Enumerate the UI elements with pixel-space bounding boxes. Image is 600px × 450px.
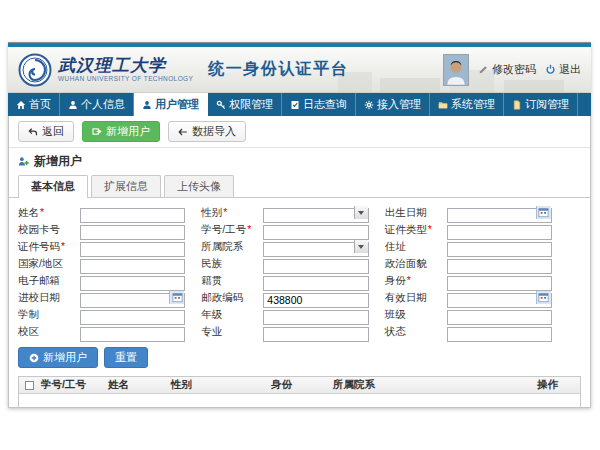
calendar-icon [538, 207, 549, 218]
form-field: 年级 [201, 307, 368, 322]
text-input[interactable] [263, 310, 368, 325]
field-label: 籍贯 [201, 274, 263, 288]
calendar-picker-button[interactable] [536, 291, 551, 304]
field-label: 专业 [201, 325, 263, 339]
pencil-icon [478, 64, 489, 75]
add-user-toolbar-button[interactable]: 新增用户 [82, 121, 160, 142]
field-label: 班级 [385, 308, 447, 322]
section-header: 新增用户 [9, 148, 590, 172]
add-user-toolbar-label: 新增用户 [106, 126, 150, 137]
tab-2[interactable]: 扩展信息 [91, 175, 161, 197]
field-label: 性别* [201, 206, 263, 220]
nav-item-6[interactable]: 接入管理 [356, 93, 430, 116]
tab-1[interactable]: 基本信息 [18, 175, 88, 198]
back-button[interactable]: 返回 [18, 121, 74, 142]
table-column-header: 学号/工号 [39, 378, 106, 392]
data-import-button[interactable]: 数据导入 [168, 121, 246, 142]
text-input[interactable] [80, 208, 185, 223]
form-field: 民族 [201, 256, 368, 271]
text-input[interactable] [263, 276, 368, 291]
text-input[interactable] [80, 310, 185, 325]
required-asterisk: * [428, 223, 432, 235]
nav-item-label: 日志查询 [303, 97, 347, 112]
section-title: 新增用户 [34, 153, 82, 170]
calendar-picker-button[interactable] [536, 206, 551, 219]
text-input[interactable] [80, 242, 185, 257]
calendar-icon [538, 292, 549, 303]
tab-3[interactable]: 上传头像 [164, 175, 234, 197]
brand-block: 武汉理工大学 WUHAN UNIVERSITY OF TECHNOLOGY [58, 57, 193, 83]
page: 武汉理工大学 WUHAN UNIVERSITY OF TECHNOLOGY 统一… [0, 0, 600, 450]
chevron-down-icon[interactable] [354, 206, 368, 219]
text-input[interactable] [263, 225, 368, 240]
platform-title: 统一身份认证平台 [208, 59, 348, 80]
text-input[interactable] [447, 259, 552, 274]
nav-item-5[interactable]: 日志查询 [282, 93, 356, 116]
field-label: 校区 [18, 325, 80, 339]
back-arrow-icon [28, 127, 38, 137]
form-field: 专业 [201, 324, 368, 339]
text-input[interactable] [80, 276, 185, 291]
data-import-label: 数据导入 [192, 126, 236, 137]
nav-item-3[interactable]: 用户管理 [134, 93, 208, 116]
home-icon [16, 100, 26, 110]
field-label: 电子邮箱 [18, 274, 80, 288]
form-field: 学号/工号* [201, 222, 368, 237]
required-asterisk: * [61, 240, 65, 252]
users-table-header: 学号/工号姓名性别身份所属院系操作 [19, 377, 580, 394]
avatar[interactable] [443, 54, 469, 86]
required-asterisk: * [407, 274, 411, 286]
table-column-header: 操作 [535, 378, 580, 392]
logout-label: 退出 [559, 62, 581, 77]
text-input[interactable] [80, 259, 185, 274]
nav-item-7[interactable]: 系统管理 [430, 93, 504, 116]
reset-button-label: 重置 [115, 352, 137, 363]
field-label: 证件号码* [18, 240, 80, 254]
nav-item-label: 用户管理 [155, 97, 199, 112]
reset-button[interactable]: 重置 [104, 347, 148, 368]
text-input[interactable] [263, 293, 368, 308]
form-field: 国家/地区 [18, 256, 185, 271]
field-label: 校园卡号 [18, 223, 80, 237]
calendar-picker-button[interactable] [169, 291, 184, 304]
plus-circle-icon [29, 353, 39, 363]
text-input[interactable] [80, 327, 185, 342]
document-icon [512, 100, 522, 110]
nav-item-4[interactable]: 权限管理 [208, 93, 282, 116]
nav-item-label: 订阅管理 [525, 97, 569, 112]
field-label: 国家/地区 [18, 257, 80, 271]
chevron-down-icon[interactable] [354, 240, 368, 253]
field-label: 民族 [201, 257, 263, 271]
nav-item-1[interactable]: 首页 [8, 93, 60, 116]
form-field: 所属院系 [201, 239, 368, 254]
form-field: 进校日期 [18, 290, 185, 305]
text-input[interactable] [447, 225, 552, 240]
nav-item-8[interactable]: 订阅管理 [504, 93, 578, 116]
toolbar: 返回 新增用户 数据导入 [9, 116, 590, 148]
user-plus-icon [18, 156, 29, 167]
text-input[interactable] [447, 276, 552, 291]
text-input[interactable] [263, 327, 368, 342]
nav-item-2[interactable]: 个人信息 [60, 93, 134, 116]
form-field: 校园卡号 [18, 222, 185, 237]
text-input[interactable] [447, 327, 552, 342]
form-tabs: 基本信息扩展信息上传头像 [9, 175, 590, 198]
form-field: 状态 [385, 324, 552, 339]
field-label: 邮政编码 [201, 291, 263, 305]
select-all-checkbox[interactable] [25, 381, 34, 390]
nav-item-label: 接入管理 [377, 97, 421, 112]
field-label: 进校日期 [18, 291, 80, 305]
table-column-header: 姓名 [106, 378, 169, 392]
text-input[interactable] [447, 310, 552, 325]
text-input[interactable] [447, 242, 552, 257]
form-field: 班级 [385, 307, 552, 322]
submit-add-user-button[interactable]: 新增用户 [18, 347, 98, 368]
university-name: 武汉理工大学 [58, 57, 193, 74]
logout-link[interactable]: 退出 [545, 62, 581, 77]
user-icon [142, 100, 152, 110]
text-input[interactable] [263, 259, 368, 274]
text-input[interactable] [80, 225, 185, 240]
change-password-link[interactable]: 修改密码 [478, 62, 536, 77]
form-field: 电子邮箱 [18, 273, 185, 288]
users-table: 学号/工号姓名性别身份所属院系操作 [18, 376, 581, 408]
